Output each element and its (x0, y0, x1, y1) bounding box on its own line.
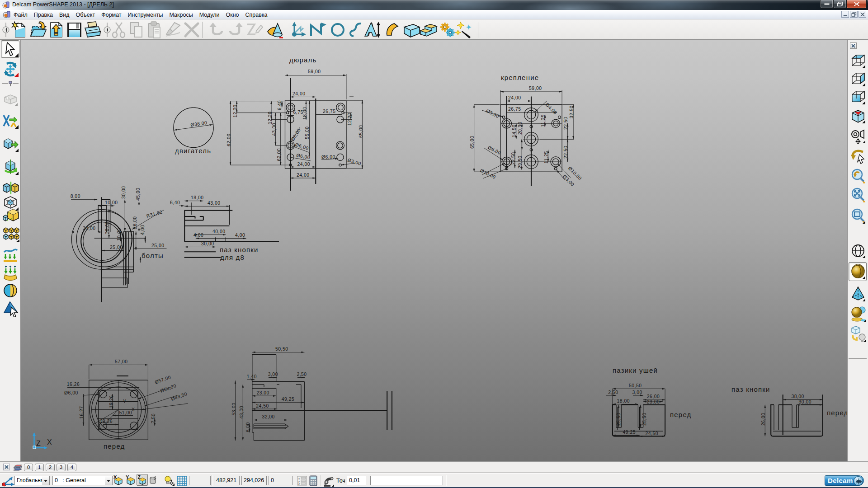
svg-text:18,00: 18,00 (191, 195, 204, 200)
svg-text:24,50: 24,50 (256, 404, 269, 408)
svg-text:43,00: 43,00 (239, 406, 244, 419)
svg-text:59,00: 59,00 (529, 86, 542, 91)
svg-text:Y: Y (126, 475, 129, 480)
svg-text:65,00: 65,00 (359, 125, 363, 138)
svg-text:Ø38,00: Ø38,00 (190, 120, 208, 127)
svg-text:26,00: 26,00 (132, 216, 137, 229)
svg-text:4,00: 4,00 (140, 225, 145, 235)
svg-text:X: X (47, 438, 52, 446)
svg-text:болты: болты (142, 252, 164, 259)
svg-text:3,00: 3,00 (268, 372, 278, 377)
svg-text:Ø3,00: Ø3,00 (347, 157, 362, 166)
svg-text:26,75: 26,75 (323, 109, 336, 114)
svg-text:18,00: 18,00 (617, 399, 630, 404)
svg-text:7,50: 7,50 (151, 413, 156, 423)
svg-text:Ø3,00: Ø3,00 (562, 174, 576, 188)
svg-text:6,00: 6,00 (245, 422, 250, 432)
svg-text:Ø6,00: Ø6,00 (64, 390, 78, 395)
svg-text:4,00: 4,00 (235, 233, 245, 238)
svg-text:1,40: 1,40 (247, 374, 257, 379)
svg-text:30,00: 30,00 (121, 186, 126, 199)
svg-text:X: X (113, 475, 117, 480)
svg-text:30,00: 30,00 (799, 399, 812, 404)
svg-text:двигатель: двигатель (175, 147, 211, 155)
svg-text:62,00: 62,00 (277, 148, 282, 161)
svg-text:перед: перед (670, 411, 692, 418)
svg-text:26,75: 26,75 (508, 107, 521, 112)
svg-text:30,00: 30,00 (201, 241, 214, 246)
svg-text:25,50: 25,50 (642, 413, 647, 426)
svg-text:24,00: 24,00 (297, 162, 311, 167)
svg-text:дюраль: дюраль (289, 56, 316, 64)
svg-text:12,20: 12,20 (233, 104, 238, 117)
svg-text:пазики ушей: пазики ушей (613, 366, 658, 374)
svg-text:24,00: 24,00 (508, 95, 521, 100)
svg-text:25,00: 25,00 (110, 245, 123, 250)
svg-text:50,50: 50,50 (629, 383, 642, 388)
svg-text:Ø6,00: Ø6,00 (296, 153, 311, 160)
svg-text:30,00: 30,00 (83, 226, 96, 231)
svg-text:32,00: 32,00 (262, 414, 275, 419)
svg-text:X: X (132, 407, 135, 412)
svg-text:Z: Z (36, 440, 41, 447)
svg-text:паз кнопки: паз кнопки (220, 246, 259, 253)
svg-text:Ø4,00: Ø4,00 (544, 102, 558, 116)
svg-text:26,00: 26,00 (647, 394, 660, 399)
svg-text:43,00: 43,00 (208, 201, 221, 206)
svg-text:3,00: 3,00 (632, 390, 642, 395)
svg-text:Ø53,20: Ø53,20 (160, 383, 177, 394)
svg-text:45,00: 45,00 (136, 188, 141, 201)
svg-text:24,00: 24,00 (297, 173, 310, 178)
svg-text:49,25: 49,25 (623, 430, 636, 435)
svg-text:55,00: 55,00 (305, 126, 310, 139)
svg-text:19,26: 19,26 (109, 395, 114, 408)
svg-text:25,00: 25,00 (151, 243, 165, 248)
svg-text:38,00: 38,00 (791, 394, 804, 399)
svg-text:53,00: 53,00 (231, 403, 236, 416)
svg-text:19,26: 19,26 (100, 419, 113, 424)
svg-text:2,50: 2,50 (297, 372, 307, 377)
svg-text:6,75: 6,75 (293, 110, 303, 115)
svg-text:2,50: 2,50 (608, 390, 618, 395)
svg-text:Ø6,00: Ø6,00 (487, 145, 501, 156)
svg-text:23,00: 23,00 (256, 390, 269, 395)
svg-text:паз кнопки: паз кнопки (731, 385, 770, 393)
svg-text:перед: перед (827, 409, 847, 417)
svg-text:перед: перед (104, 442, 125, 450)
svg-text:51,00: 51,00 (119, 410, 132, 415)
svg-text:40,00: 40,00 (212, 229, 226, 234)
svg-text:6,40: 6,40 (170, 200, 180, 205)
svg-text:Ø8,00: Ø8,00 (290, 127, 302, 142)
svg-text:крепление: крепление (501, 74, 539, 81)
svg-text:4,00: 4,00 (193, 233, 203, 238)
svg-text:z: z (298, 483, 300, 485)
svg-text:для д8: для д8 (220, 253, 245, 261)
svg-text:6,40: 6,40 (277, 100, 282, 110)
svg-text:10,00: 10,00 (105, 200, 118, 205)
svg-text:8,00: 8,00 (71, 194, 80, 199)
svg-text:24,00: 24,00 (292, 91, 306, 96)
svg-text:16,26: 16,26 (67, 382, 80, 387)
svg-text:57,00: 57,00 (115, 359, 128, 364)
svg-text:12,20: 12,20 (347, 113, 352, 126)
svg-text:10,00: 10,00 (117, 228, 122, 241)
svg-text:18,00: 18,00 (302, 107, 307, 120)
svg-text:49,25: 49,25 (282, 397, 295, 402)
svg-text:R31,62: R31,62 (146, 209, 163, 219)
svg-text:Ø43,50: Ø43,50 (170, 391, 188, 402)
svg-text:12,20: 12,20 (268, 111, 273, 124)
svg-text:Y: Y (123, 399, 126, 404)
svg-text:59,00: 59,00 (308, 69, 321, 74)
svg-text:Ø57,00: Ø57,00 (154, 375, 172, 385)
svg-text:24,50: 24,50 (646, 431, 659, 436)
svg-text:62,00: 62,00 (226, 133, 231, 146)
svg-text:Z: Z (138, 475, 141, 480)
svg-text:50,50: 50,50 (275, 347, 288, 352)
